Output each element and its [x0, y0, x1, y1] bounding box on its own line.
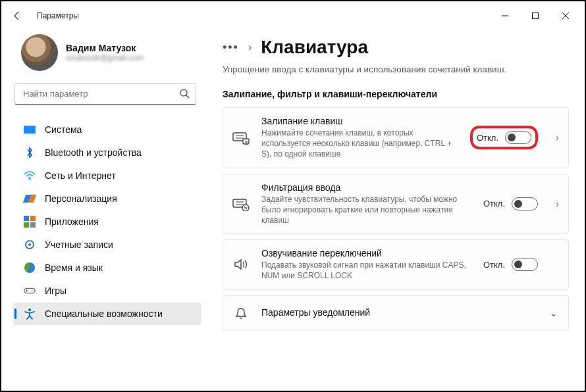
chevron-right-icon[interactable]: › — [556, 199, 559, 209]
bell-icon — [232, 306, 250, 320]
app-title: Параметры — [37, 11, 79, 20]
nav-accessibility[interactable]: Специальные возможности — [13, 303, 201, 325]
chevron-down-icon[interactable]: ⌄ — [550, 308, 558, 318]
card-notification-prefs[interactable]: Параметры уведомлений ⌄ — [223, 295, 569, 331]
speaker-icon — [232, 258, 250, 271]
card-filter-keys[interactable]: Фильтрация ввода Задайте чувствительност… — [223, 174, 569, 235]
sticky-keys-toggle[interactable] — [505, 131, 531, 144]
minimize-button[interactable] — [490, 5, 520, 26]
nav-label: Bluetooth и устройства — [45, 147, 142, 158]
svg-point-7 — [28, 308, 31, 311]
nav-accounts[interactable]: Учетные записи — [13, 233, 201, 256]
svg-point-4 — [29, 178, 30, 180]
card-desc: Подавать звуковой сигнал при нажатии кла… — [261, 260, 471, 281]
globe-clock-icon — [24, 262, 36, 274]
accessibility-icon — [24, 308, 36, 320]
nav-label: Специальные возможности — [45, 308, 163, 319]
search-wrap — [14, 83, 196, 105]
nav-label: Система — [45, 124, 82, 135]
main-content: ••• › Клавиатура Упрощение ввода с клави… — [207, 30, 585, 391]
monitor-icon — [24, 126, 36, 134]
maximize-button[interactable] — [520, 5, 550, 26]
toggle-keys-toggle[interactable] — [512, 258, 538, 271]
wifi-icon — [24, 170, 36, 182]
nav-games[interactable]: Игры — [13, 280, 201, 302]
card-title: Параметры уведомлений — [261, 307, 538, 318]
filter-keys-toggle[interactable] — [512, 197, 538, 210]
window-controls — [490, 5, 581, 26]
nav-system[interactable]: Система — [13, 118, 201, 141]
nav-label: Игры — [45, 285, 67, 296]
nav-label: Учетные записи — [45, 239, 113, 250]
person-icon — [24, 239, 36, 251]
back-button[interactable] — [9, 8, 25, 24]
keyboard-filter-icon — [232, 197, 250, 211]
toggle-state: Откл. — [483, 199, 505, 208]
titlebar: Параметры — [1, 1, 585, 30]
breadcrumb-ellipsis[interactable]: ••• — [223, 41, 239, 55]
page-subtitle: Упрощение ввода с клавиатуры и использов… — [223, 64, 569, 74]
nav-label: Время и язык — [45, 262, 103, 273]
user-name: Вадим Матузок — [66, 43, 144, 53]
keyboard-sticky-icon — [232, 130, 250, 145]
svg-point-2 — [180, 89, 187, 96]
sidebar: Вадим Матузок vmatuzok@gmail.com Система… — [1, 30, 207, 391]
search-input[interactable] — [14, 83, 196, 105]
card-title: Фильтрация ввода — [261, 182, 471, 193]
card-sticky-keys[interactable]: Залипание клавиш Нажимайте сочетания кла… — [223, 107, 569, 168]
card-title: Залипание клавиш — [261, 116, 458, 126]
bluetooth-icon — [24, 147, 36, 159]
nav-label: Персонализация — [45, 193, 117, 204]
svg-point-6 — [32, 290, 33, 291]
brush-icon — [24, 193, 36, 205]
user-email: vmatuzok@gmail.com — [66, 53, 144, 62]
close-button[interactable] — [550, 5, 581, 26]
nav-label: Приложения — [45, 216, 99, 227]
gamepad-icon — [24, 285, 36, 297]
settings-window: Параметры Вадим Матузок vmatuzok@gmail.c… — [0, 0, 586, 392]
toggle-state: Откл. — [483, 260, 505, 270]
highlight-callout: Откл. — [470, 126, 538, 149]
toggle-state: Откл. — [477, 133, 498, 143]
chevron-right-icon[interactable]: › — [556, 132, 559, 143]
avatar — [21, 34, 58, 71]
apps-icon — [24, 216, 36, 228]
nav-time[interactable]: Время и язык — [13, 257, 201, 279]
chevron-right-icon: › — [248, 41, 252, 53]
section-title: Залипание, фильтр и клавиши-переключател… — [223, 89, 569, 99]
page-title: Клавиатура — [261, 37, 368, 58]
svg-rect-1 — [533, 13, 539, 19]
card-desc: Задайте чувствительность клавиатуры, что… — [261, 194, 471, 226]
svg-line-3 — [186, 95, 189, 98]
nav-bluetooth[interactable]: Bluetooth и устройства — [13, 141, 201, 164]
search-icon — [179, 88, 190, 99]
nav-personalization[interactable]: Персонализация — [13, 187, 201, 210]
card-desc: Нажимайте сочетания клавиш, в которых ис… — [261, 128, 458, 160]
breadcrumb: ••• › Клавиатура — [223, 37, 569, 58]
nav: Система Bluetooth и устройства Сеть и Ин… — [13, 118, 201, 325]
nav-label: Сеть и Интернет — [45, 170, 116, 181]
nav-network[interactable]: Сеть и Интернет — [13, 164, 201, 187]
card-title: Озвучивание переключений — [261, 248, 471, 258]
nav-apps[interactable]: Приложения — [13, 210, 201, 233]
card-toggle-keys[interactable]: Озвучивание переключений Подавать звуков… — [223, 239, 569, 289]
user-block[interactable]: Вадим Матузок vmatuzok@gmail.com — [13, 30, 201, 80]
